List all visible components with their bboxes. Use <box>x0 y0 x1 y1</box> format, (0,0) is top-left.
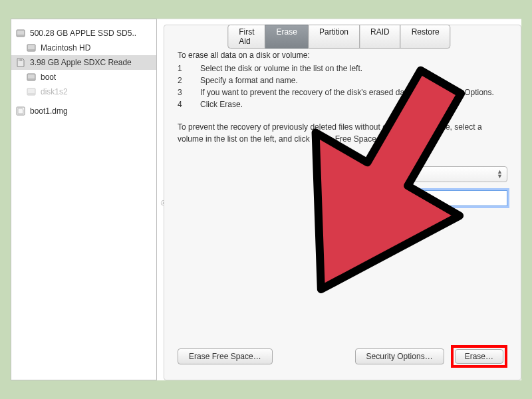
step-number: 3 <box>178 86 184 98</box>
name-input[interactable]: BOOT <box>350 190 507 206</box>
step-number: 4 <box>178 98 184 110</box>
text-caret <box>382 192 382 201</box>
step-number: 2 <box>178 74 184 86</box>
hdd-icon <box>26 72 37 82</box>
step-text: Click Erase. <box>200 98 243 110</box>
hdd-icon <box>26 86 37 97</box>
format-label: Format: <box>178 170 350 179</box>
button-label: Security Options… <box>366 352 433 361</box>
button-row: Erase Free Space… Security Options… Eras… <box>178 345 507 368</box>
highlight-annotation: Erase… <box>451 345 507 368</box>
tree-item-volume-macintosh-hd[interactable]: Macintosh HD <box>11 41 156 55</box>
step-number: 1 <box>178 63 184 74</box>
tab-bar: First Aid Erase Partition RAID Restore <box>227 25 450 49</box>
tab-label: Restore <box>412 27 440 37</box>
instructions: To erase all data on a disk or volume: 1… <box>178 49 507 145</box>
tab-label: RAID <box>370 27 390 37</box>
svg-rect-5 <box>20 59 21 61</box>
svg-rect-8 <box>28 78 35 80</box>
tree-item-volume-boot[interactable]: boot <box>11 70 156 84</box>
security-options-button[interactable]: Security Options… <box>355 348 444 364</box>
name-row: Name: BOOT <box>178 190 507 206</box>
svg-rect-6 <box>21 59 23 61</box>
dmg-icon <box>15 106 26 116</box>
step-text: If you want to prevent the recovery of t… <box>200 86 494 98</box>
tab-partition[interactable]: Partition <box>308 25 360 49</box>
hdd-icon <box>15 28 26 39</box>
tree-item-label: boot <box>41 72 56 82</box>
svg-rect-4 <box>19 59 20 61</box>
sd-card-icon <box>15 57 26 68</box>
updown-icon: ▲▼ <box>497 170 503 179</box>
tree-item-label: 3.98 GB Apple SDXC Reade <box>30 58 132 67</box>
tab-first-aid[interactable]: First Aid <box>227 25 265 49</box>
svg-rect-3 <box>28 49 35 51</box>
format-select[interactable]: MS- ▲▼ <box>350 166 507 182</box>
disk-utility-window: 500.28 GB APPLE SSD SD5.. Macintosh HD 3… <box>11 19 521 380</box>
tab-erase[interactable]: Erase <box>265 25 309 49</box>
tree-item-dmg[interactable]: boot1.dmg <box>11 99 156 118</box>
tree-item-volume-disk1s2[interactable]: disk1s2 <box>11 84 156 99</box>
name-value: BOOT <box>356 191 381 201</box>
format-row: Format: MS- ▲▼ <box>178 166 507 182</box>
step-text: Specify a format and name. <box>200 74 298 86</box>
instructions-para2: To prevent the recovery of previously de… <box>178 121 507 145</box>
hdd-icon <box>26 43 37 53</box>
instructions-steps: 1Select the disk or volume in the list o… <box>178 63 507 110</box>
tree-item-disk-sdxc[interactable]: 3.98 GB Apple SDXC Reade <box>11 55 156 70</box>
tree-item-label: disk1s2 <box>41 87 68 96</box>
button-label: Erase… <box>465 352 493 361</box>
erase-form: Format: MS- ▲▼ Name: BOOT <box>178 166 507 206</box>
tab-label: Partition <box>319 27 348 37</box>
device-sidebar: 500.28 GB APPLE SSD SD5.. Macintosh HD 3… <box>11 19 157 380</box>
tab-label: Erase <box>277 27 297 37</box>
tree-item-label: boot1.dmg <box>30 106 68 116</box>
tree-item-label: Macintosh HD <box>41 43 90 53</box>
tab-raid[interactable]: RAID <box>359 25 401 49</box>
svg-rect-10 <box>28 93 35 94</box>
tree-item-disk-ssd[interactable]: 500.28 GB APPLE SSD SD5.. <box>11 26 156 41</box>
format-value: MS- <box>358 170 372 179</box>
name-label: Name: <box>178 194 350 203</box>
erase-button[interactable]: Erase… <box>455 349 503 364</box>
tab-label: First Aid <box>239 27 254 46</box>
erase-free-space-button[interactable]: Erase Free Space… <box>178 348 273 364</box>
device-tree: 500.28 GB APPLE SSD SD5.. Macintosh HD 3… <box>11 23 156 99</box>
erase-panel: To erase all data on a disk or volume: 1… <box>164 25 521 380</box>
main-panel: First Aid Erase Partition RAID Restore T… <box>157 19 521 380</box>
instructions-intro: To erase all data on a disk or volume: <box>178 49 507 61</box>
svg-rect-1 <box>17 35 24 36</box>
tab-restore[interactable]: Restore <box>400 25 451 49</box>
step-text: Select the disk or volume in the list on… <box>200 63 362 74</box>
tree-item-label: 500.28 GB APPLE SSD SD5.. <box>30 29 136 38</box>
button-label: Erase Free Space… <box>189 352 261 361</box>
